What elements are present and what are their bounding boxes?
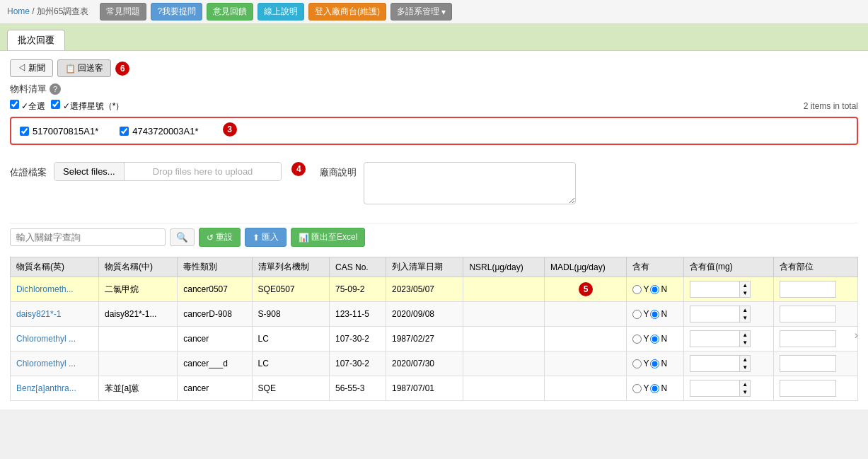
data-table: 物質名稱(英) 物質名稱(中) 毒性類別 清單列名機制 CAS No. 列入清單…	[10, 257, 858, 401]
stepper-input[interactable]	[690, 281, 739, 298]
cell-name-zh	[99, 351, 178, 376]
cell-value[interactable]: ▲ ▼	[684, 327, 774, 351]
cell-contain[interactable]: Y N	[627, 302, 684, 327]
radio-contain-n[interactable]: N	[650, 383, 667, 393]
stepper-up-button[interactable]: ▲	[740, 306, 750, 314]
import-button[interactable]: ⬆ 匯入	[245, 228, 287, 247]
vendor-textarea[interactable]	[364, 162, 576, 204]
part-input[interactable]	[780, 306, 836, 323]
cell-madl	[545, 376, 627, 401]
search-input[interactable]	[10, 228, 166, 246]
cell-part[interactable]	[773, 351, 857, 376]
main-container: 批次回覆 ◁ 新聞 📋 回送客 6 物料清單 ? ✓全選	[0, 24, 868, 409]
cell-mechanism: LC	[252, 327, 329, 351]
item1-checkbox[interactable]	[20, 127, 29, 136]
stepper-input[interactable]	[690, 355, 739, 372]
radio-contain-y[interactable]: Y	[632, 284, 649, 294]
stepper-up-button[interactable]: ▲	[740, 380, 750, 388]
stepper-arrows: ▲ ▼	[739, 380, 751, 397]
cell-part[interactable]	[773, 302, 857, 327]
cell-name-en[interactable]: daisy821*-1	[11, 302, 99, 327]
part-input[interactable]	[780, 330, 836, 347]
radio-contain-y[interactable]: Y	[632, 383, 649, 393]
cell-name-en[interactable]: Chloromethyl ...	[11, 327, 99, 351]
cell-value[interactable]: ▲ ▼	[684, 277, 774, 302]
stepper-input[interactable]	[690, 306, 739, 323]
cell-value[interactable]: ▲ ▼	[684, 351, 774, 376]
cell-name-en[interactable]: Dichlorometh...	[11, 277, 99, 302]
cell-contain[interactable]: Y N	[627, 376, 684, 401]
cell-date: 2020/07/30	[386, 351, 463, 376]
feedback-button[interactable]: 意見回饋	[207, 3, 253, 21]
cell-toxicity: cancerD-908	[178, 302, 252, 327]
cell-name-en[interactable]: Chloromethyl ...	[11, 351, 99, 376]
stepper-down-button[interactable]: ▼	[740, 289, 750, 297]
check-all-checkbox[interactable]	[10, 100, 19, 109]
import-label: 匯入	[262, 231, 279, 243]
cell-nsrl	[463, 327, 545, 351]
stepper-up-button[interactable]: ▲	[740, 356, 750, 364]
stepper-cell: ▲ ▼	[690, 281, 768, 298]
cell-contain[interactable]: Y N	[627, 351, 684, 376]
help-icon[interactable]: ?	[50, 83, 61, 95]
check-serial-label[interactable]: ✓選擇星號（*）	[51, 100, 124, 112]
file-upload-area: Select files... Drop files here to uploa…	[54, 162, 282, 181]
stepper-up-button[interactable]: ▲	[740, 281, 750, 289]
cell-value[interactable]: ▲ ▼	[684, 302, 774, 327]
stepper-input[interactable]	[690, 330, 739, 347]
language-dropdown[interactable]: 多語系管理 ▾	[390, 3, 452, 21]
radio-contain-n[interactable]: N	[650, 334, 667, 344]
stepper-input[interactable]	[690, 380, 739, 397]
cell-part[interactable]	[773, 277, 857, 302]
radio-contain-n[interactable]: N	[650, 284, 667, 294]
step-badge-6: 6	[115, 62, 129, 76]
table-scroll-wrapper: 物質名稱(英) 物質名稱(中) 毒性類別 清單列名機制 CAS No. 列入清單…	[10, 257, 858, 401]
cell-madl	[545, 327, 627, 351]
item1-label[interactable]: 5170070815A1*	[20, 124, 98, 138]
stepper-down-button[interactable]: ▼	[740, 388, 750, 396]
radio-contain-n[interactable]: N	[650, 309, 667, 319]
radio-contain-y[interactable]: Y	[632, 359, 649, 368]
col-nsrl: NSRL(μg/day)	[463, 257, 545, 277]
radio-contain-n[interactable]: N	[650, 359, 667, 368]
vendor-desc-group: 廠商說明	[320, 162, 576, 204]
checkbox-left: ✓全選 ✓選擇星號（*）	[10, 100, 124, 112]
content-area: ◁ 新聞 📋 回送客 6 物料清單 ? ✓全選 ✓選擇星號（*）	[0, 51, 868, 409]
submit-button[interactable]: 📋 回送客	[57, 59, 111, 77]
vendor-login-button[interactable]: 登入廠商台(維護)	[308, 3, 386, 21]
cell-contain[interactable]: Y N	[627, 277, 684, 302]
ask-button[interactable]: ?我要提問	[151, 3, 202, 21]
search-button[interactable]: 🔍	[170, 228, 195, 246]
cell-value[interactable]: ▲ ▼	[684, 376, 774, 401]
tab-batch-reply[interactable]: 批次回覆	[7, 30, 65, 50]
stepper-up-button[interactable]: ▲	[740, 331, 750, 339]
items-total: 2 items in total	[804, 101, 858, 111]
part-input[interactable]	[780, 380, 836, 397]
stepper-down-button[interactable]: ▼	[740, 314, 750, 322]
col-mechanism: 清單列名機制	[252, 257, 329, 277]
step-badge-3: 3	[223, 122, 237, 136]
item2-label[interactable]: 4743720003A1*	[120, 124, 198, 138]
part-input[interactable]	[780, 355, 836, 372]
online-help-button[interactable]: 線上說明	[257, 3, 304, 21]
select-files-button[interactable]: Select files...	[54, 163, 125, 180]
item2-checkbox[interactable]	[120, 127, 129, 136]
faq-button[interactable]: 常見問題	[100, 3, 146, 21]
check-serial-checkbox[interactable]	[51, 100, 60, 109]
cell-contain[interactable]: Y N	[627, 327, 684, 351]
radio-contain-y[interactable]: Y	[632, 309, 649, 319]
reset-button[interactable]: ↺ 重設	[199, 228, 241, 247]
part-input[interactable]	[780, 281, 836, 298]
cell-part[interactable]	[773, 327, 857, 351]
radio-contain-y[interactable]: Y	[632, 334, 649, 344]
stepper-down-button[interactable]: ▼	[740, 364, 750, 371]
table-toolbar: 🔍 ↺ 重設 ⬆ 匯入 📊 匯出至Excel	[10, 223, 858, 251]
check-all-label[interactable]: ✓全選	[10, 100, 45, 112]
cell-part[interactable]	[773, 376, 857, 401]
search-icon: 🔍	[176, 232, 188, 243]
stepper-down-button[interactable]: ▼	[740, 339, 750, 347]
export-excel-button[interactable]: 📊 匯出至Excel	[291, 228, 365, 247]
edit-button[interactable]: ◁ 新聞	[10, 59, 53, 77]
cell-name-en[interactable]: Benz[a]anthra...	[11, 376, 99, 401]
breadcrumb-home[interactable]: Home	[7, 6, 30, 16]
